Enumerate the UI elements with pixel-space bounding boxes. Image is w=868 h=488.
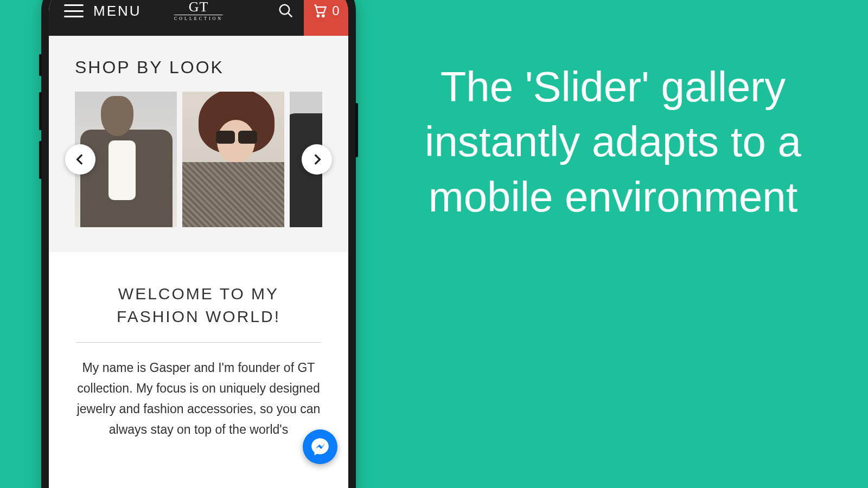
hamburger-icon xyxy=(64,4,84,17)
divider xyxy=(76,342,321,343)
svg-point-0 xyxy=(280,5,290,15)
menu-button[interactable]: MENU xyxy=(49,3,142,20)
brand-sub: COLLECTION xyxy=(174,15,223,21)
svg-point-2 xyxy=(317,15,320,17)
welcome-title: WELCOME TO MY FASHION WORLD! xyxy=(76,282,321,328)
welcome-section: WELCOME TO MY FASHION WORLD! My name is … xyxy=(49,252,348,440)
cart-count: 0 xyxy=(332,3,339,18)
phone-frame: MENU GT COLLECTION 0 SHOP BY LOOK xyxy=(41,0,356,488)
welcome-body: My name is Gasper and I'm founder of GT … xyxy=(76,358,321,440)
look-slider[interactable] xyxy=(75,92,322,227)
chevron-right-icon xyxy=(310,152,324,166)
messenger-button[interactable] xyxy=(303,429,337,464)
brand-logo[interactable]: GT COLLECTION xyxy=(174,1,223,21)
slider-item[interactable] xyxy=(182,92,284,227)
marketing-headline: The 'Slider' gallery instantly adapts to… xyxy=(396,60,830,224)
phone-side-button xyxy=(39,141,42,179)
app-header: MENU GT COLLECTION 0 xyxy=(49,0,348,36)
cart-icon xyxy=(312,3,328,18)
phone-side-button xyxy=(39,92,42,130)
svg-line-1 xyxy=(288,13,292,17)
menu-label: MENU xyxy=(93,3,142,20)
search-icon[interactable] xyxy=(278,3,294,19)
phone-side-button xyxy=(355,103,358,157)
phone-side-button xyxy=(39,54,42,76)
brand-main: GT xyxy=(174,1,223,13)
slider-prev-button[interactable] xyxy=(65,144,95,175)
phone-screen: MENU GT COLLECTION 0 SHOP BY LOOK xyxy=(49,0,348,488)
section-title: SHOP BY LOOK xyxy=(75,57,322,78)
cart-button[interactable]: 0 xyxy=(304,0,348,36)
chevron-left-icon xyxy=(73,152,87,166)
slider-next-button[interactable] xyxy=(302,144,332,175)
shop-by-look-section: SHOP BY LOOK xyxy=(49,36,348,252)
messenger-icon xyxy=(310,436,330,457)
svg-point-3 xyxy=(322,15,324,17)
